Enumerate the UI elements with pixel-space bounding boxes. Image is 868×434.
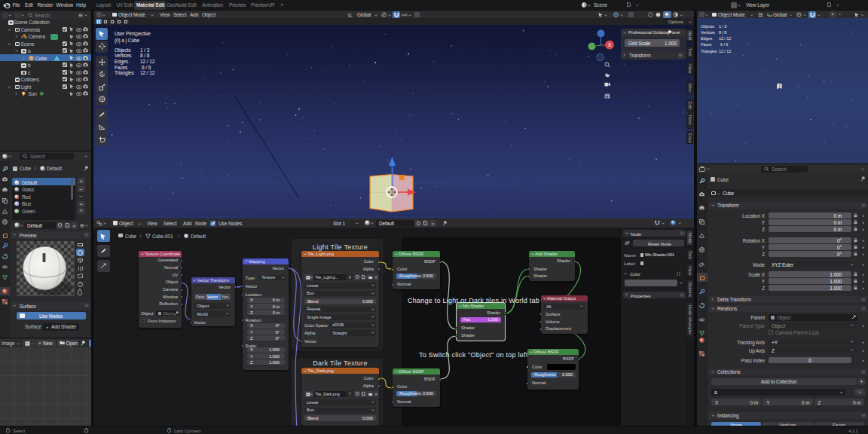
svg-text:X: X [608,42,612,47]
